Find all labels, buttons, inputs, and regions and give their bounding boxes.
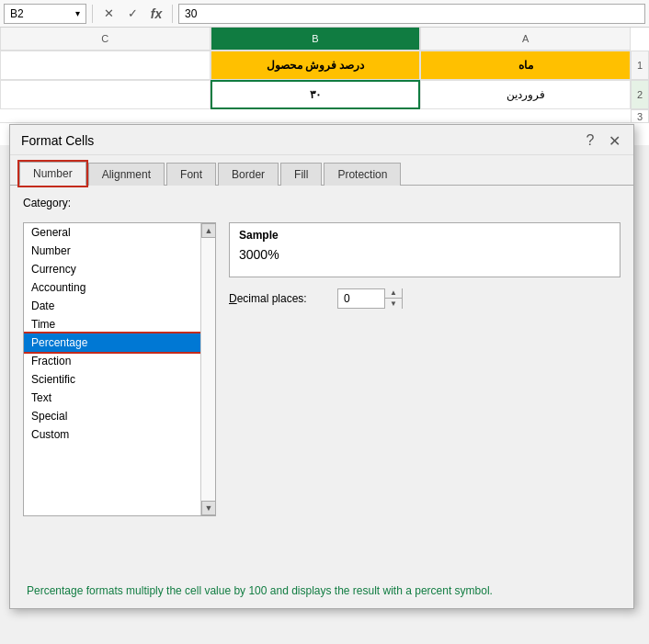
tab-number[interactable]: Number <box>19 162 86 186</box>
cell-a2[interactable]: فروردین <box>420 80 631 109</box>
dialog-tabs: Number Alignment Font Border Fill Protec… <box>10 155 633 186</box>
list-item[interactable]: Scientific <box>24 370 215 389</box>
category-description: Percentage formats multiply the cell val… <box>27 584 493 597</box>
dialog-footer: Percentage formats multiply the cell val… <box>23 583 621 597</box>
cell-b2[interactable]: ۳۰ <box>211 80 421 109</box>
col-header-c[interactable]: C <box>0 28 211 50</box>
dialog-help-button[interactable]: ? <box>582 132 598 149</box>
category-label: Category: <box>23 197 621 209</box>
formula-bar-divider2 <box>172 5 173 23</box>
formula-bar: B2 ▾ ✕ ✓ fx 30 <box>0 0 649 28</box>
list-item[interactable]: Text <box>24 389 215 407</box>
dialog-controls: ? ✕ <box>582 132 622 149</box>
list-item[interactable]: Date <box>24 297 215 315</box>
category-items: General Number Currency Accounting Date … <box>24 223 215 444</box>
col-header-b[interactable]: B <box>211 28 421 50</box>
formula-bar-divider <box>92 5 93 23</box>
row-header-1: 1 <box>631 51 649 80</box>
list-item[interactable]: Time <box>24 315 215 333</box>
category-scrollbar[interactable]: ▲ ▼ <box>200 223 215 515</box>
spinner-decrement-button[interactable]: ▼ <box>385 299 402 309</box>
col-header-a[interactable]: A <box>420 28 631 50</box>
dialog-titlebar: Format Cells ? ✕ <box>10 125 633 155</box>
list-item[interactable]: Number <box>24 242 215 260</box>
dialog-title: Format Cells <box>21 133 94 148</box>
list-item[interactable]: Currency <box>24 260 215 278</box>
dialog-close-button[interactable]: ✕ <box>606 132 622 149</box>
sample-label: Sample <box>239 229 610 242</box>
tab-protection[interactable]: Protection <box>324 163 401 186</box>
decimal-places-label: Decimal places: <box>229 292 330 305</box>
format-cells-dialog: Format Cells ? ✕ Number Alignment Font B… <box>9 124 634 609</box>
list-item[interactable]: General <box>24 223 215 242</box>
tab-border[interactable]: Border <box>218 163 279 186</box>
grid-cells-area: درصد فروش محصول ماه ۳۰ فروردین <box>0 51 631 109</box>
tab-alignment[interactable]: Alignment <box>88 163 165 186</box>
cell-a1[interactable]: ماه <box>420 51 631 80</box>
cell-c1[interactable] <box>0 51 211 80</box>
extra-rows: 3 <box>0 109 649 123</box>
scrollbar-track <box>201 238 215 501</box>
cell-reference-box[interactable]: B2 ▾ <box>4 4 86 24</box>
fx-button[interactable]: fx <box>146 4 166 24</box>
list-item[interactable]: Accounting <box>24 278 215 297</box>
sample-value: 3000% <box>239 247 610 262</box>
scrollbar-down-btn[interactable]: ▼ <box>201 501 216 515</box>
spinner-buttons: ▲ ▼ <box>384 288 402 309</box>
list-item[interactable]: Special <box>24 407 215 425</box>
tab-fill[interactable]: Fill <box>280 163 322 186</box>
cell-ref-value: B2 <box>10 7 24 20</box>
column-headers: C B A <box>0 28 631 51</box>
grid-rows-container: درصد فروش محصول ماه ۳۰ فروردین 1 2 <box>0 51 649 109</box>
spinner-increment-button[interactable]: ▲ <box>385 288 402 299</box>
row-header-2: 2 <box>631 80 649 109</box>
category-list[interactable]: General Number Currency Accounting Date … <box>23 222 216 516</box>
confirm-formula-button[interactable]: ✓ <box>122 4 142 24</box>
tab-font[interactable]: Font <box>166 163 216 186</box>
row-headers: 1 2 <box>631 51 649 109</box>
cell-c2[interactable] <box>0 80 211 109</box>
category-list-container: General Number Currency Accounting Date … <box>23 222 216 571</box>
table-row: درصد فروش محصول ماه <box>0 51 631 80</box>
list-item[interactable]: Custom <box>24 425 215 444</box>
decimal-places-spinner[interactable]: ▲ ▼ <box>337 288 403 309</box>
scrollbar-up-btn[interactable]: ▲ <box>201 223 216 238</box>
dialog-main-area: General Number Currency Accounting Date … <box>23 222 621 571</box>
formula-input[interactable]: 30 <box>178 4 645 24</box>
list-item-percentage[interactable]: Percentage <box>24 333 215 352</box>
decimal-places-input[interactable] <box>338 289 384 308</box>
format-options-panel: Sample 3000% Decimal places: ▲ ▼ <box>229 222 621 571</box>
row-header-3: 3 <box>631 109 649 123</box>
sample-preview-box: Sample 3000% <box>229 222 621 277</box>
table-row: ۳۰ فروردین <box>0 80 631 109</box>
cell-b1[interactable]: درصد فروش محصول <box>211 51 421 80</box>
dialog-body: Category: General Number Currency Accoun… <box>10 186 633 608</box>
cell-ref-dropdown-icon[interactable]: ▾ <box>75 8 80 18</box>
cancel-formula-button[interactable]: ✕ <box>98 4 119 24</box>
list-item[interactable]: Fraction <box>24 352 215 370</box>
decimal-places-row: Decimal places: ▲ ▼ <box>229 288 621 309</box>
